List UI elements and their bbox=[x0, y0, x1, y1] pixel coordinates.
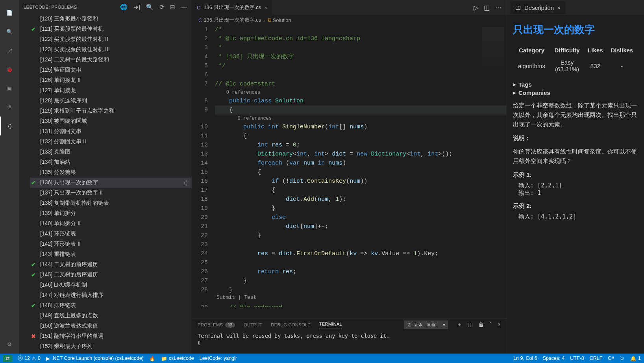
problem-row[interactable]: [152] 乘积最大子序列 bbox=[30, 341, 192, 352]
problem-row[interactable]: [128] 最长连续序列 bbox=[30, 96, 192, 106]
status-feedback-icon[interactable]: ☺ bbox=[620, 356, 625, 361]
problem-row[interactable]: [131] 分割回文串 bbox=[30, 126, 192, 137]
kill-terminal-icon[interactable]: 🗑 bbox=[478, 321, 484, 328]
search-problems-icon[interactable]: 🔍 bbox=[146, 4, 154, 11]
source-control-icon[interactable]: ⎇ bbox=[0, 41, 19, 60]
problem-row[interactable]: [147] 对链表进行插入排序 bbox=[30, 290, 192, 300]
run-icon[interactable]: ▷ bbox=[474, 4, 478, 11]
problem-row[interactable]: [141] 环形链表 bbox=[30, 229, 192, 239]
status-eol[interactable]: CRLF bbox=[590, 356, 603, 361]
terminal-body[interactable]: Terminal will be reused by tasks, press … bbox=[192, 331, 506, 354]
line-gutter: 1234567891011121314151617181920212223242… bbox=[192, 25, 215, 318]
problem-row[interactable]: [146] LRU缓存机制 bbox=[30, 280, 192, 290]
close-panel-icon[interactable]: × bbox=[498, 321, 501, 328]
tags-toggle[interactable]: Tags bbox=[513, 81, 638, 88]
extensions-icon[interactable]: ▣ bbox=[0, 79, 19, 98]
status-errors[interactable]: ⓧ 12 ⚠ 0 bbox=[18, 355, 41, 362]
problem-list[interactable]: [120] 三角形最小路径和✔[121] 买卖股票的最佳时机[122] 买卖股票… bbox=[19, 14, 192, 354]
test-icon[interactable]: ⚗ bbox=[0, 98, 19, 117]
problem-row[interactable]: [122] 买卖股票的最佳时机 II bbox=[30, 34, 192, 44]
check-icon: ✔ bbox=[30, 26, 37, 32]
status-lang[interactable]: C# bbox=[608, 356, 614, 361]
problem-row[interactable]: [124] 二叉树中的最大路径和 bbox=[30, 55, 192, 65]
breadcrumb[interactable]: C 136.只出现一次的数字.cs › ⧉ Solution bbox=[192, 15, 506, 25]
globe-icon[interactable]: 🌐 bbox=[120, 4, 128, 11]
panel-tab-problems[interactable]: PROBLEMS 12 bbox=[198, 322, 235, 328]
problem-row[interactable]: [133] 克隆图 bbox=[30, 147, 192, 157]
close-tab-icon[interactable]: × bbox=[264, 5, 267, 11]
status-bell[interactable]: 🔔1 bbox=[630, 356, 641, 361]
bottom-panel: PROBLEMS 12 OUTPUT DEBUG CONSOLE TERMINA… bbox=[192, 318, 506, 354]
book-icon: 🕮 bbox=[515, 4, 521, 11]
problem-row[interactable]: ✔[136] 只出现一次的数字⟨⟩ bbox=[30, 178, 192, 188]
panel-tab-terminal[interactable]: TERMINAL bbox=[319, 322, 342, 328]
problem-row[interactable]: ✔[144] 二叉树的前序遍历 bbox=[30, 259, 192, 270]
split-editor-icon[interactable]: ◫ bbox=[484, 4, 490, 11]
problem-row[interactable]: ✔[145] 二叉树的后序遍历 bbox=[30, 270, 192, 280]
problem-row[interactable]: ✔[121] 买卖股票的最佳时机 bbox=[30, 24, 192, 34]
test-link[interactable]: Test bbox=[244, 294, 256, 300]
submit-link[interactable]: Submit bbox=[217, 294, 235, 300]
settings-gear-icon[interactable]: ⚙ bbox=[0, 335, 19, 354]
panel-tab-debug[interactable]: DEBUG CONSOLE bbox=[271, 322, 310, 327]
companies-toggle[interactable]: Companies bbox=[513, 89, 638, 96]
more-icon[interactable]: ⋯ bbox=[181, 4, 187, 11]
problem-row[interactable]: [140] 单词拆分 II bbox=[30, 219, 192, 229]
submit-test-codelens[interactable]: Submit | Test bbox=[215, 294, 506, 303]
signin-icon[interactable]: ➜] bbox=[133, 4, 141, 11]
status-folder[interactable]: 📁 csLeetcode bbox=[161, 356, 194, 361]
codelens[interactable]: 0 references bbox=[215, 89, 506, 96]
code-lines[interactable]: /* * @lc app=leetcode.cn id=136 lang=csh… bbox=[215, 25, 506, 318]
refresh-icon[interactable]: ⟳ bbox=[159, 4, 165, 11]
problem-row[interactable]: ✔[148] 排序链表 bbox=[30, 300, 192, 311]
leetcode-icon[interactable]: ⟨⟩ bbox=[0, 117, 19, 135]
status-spaces[interactable]: Spaces: 4 bbox=[543, 356, 565, 361]
search-icon[interactable]: 🔍 bbox=[0, 22, 19, 41]
problem-row[interactable]: [120] 三角形最小路径和 bbox=[30, 14, 192, 24]
maximize-panel-icon[interactable]: ˄ bbox=[489, 321, 492, 328]
status-encoding[interactable]: UTF-8 bbox=[570, 356, 584, 361]
problem-row[interactable]: [123] 买卖股票的最佳时机 III bbox=[30, 44, 192, 55]
minimap[interactable] bbox=[482, 27, 504, 66]
codelens[interactable]: 0 references bbox=[215, 115, 506, 122]
status-fire-icon[interactable]: 🔥 bbox=[149, 356, 155, 361]
code-editor[interactable]: 1234567891011121314151617181920212223242… bbox=[192, 25, 506, 318]
problem-row[interactable]: [138] 复制带随机指针的链表 bbox=[30, 198, 192, 208]
panel-tab-output[interactable]: OUTPUT bbox=[244, 322, 262, 327]
check-icon: ✔ bbox=[30, 261, 37, 268]
remote-indicator[interactable]: ⇄ bbox=[3, 355, 12, 362]
problem-row[interactable]: [129] 求根到叶子节点数字之和 bbox=[30, 106, 192, 116]
editor-more-icon[interactable]: ⋯ bbox=[495, 4, 502, 11]
status-user[interactable]: LeetCode: yanglr bbox=[200, 356, 237, 361]
new-terminal-icon[interactable]: ＋ bbox=[457, 321, 462, 328]
problem-row[interactable]: [130] 被围绕的区域 bbox=[30, 116, 192, 126]
description-tab[interactable]: 🕮 Description × bbox=[511, 1, 565, 14]
explorer-icon[interactable]: 📄 bbox=[0, 3, 19, 22]
status-launch[interactable]: ▶ .NET Core Launch (console) (csLeetcode… bbox=[46, 356, 144, 361]
close-description-icon[interactable]: × bbox=[557, 4, 561, 11]
problem-label: [140] 单词拆分 II bbox=[40, 220, 81, 227]
description-body[interactable]: 只出现一次的数字 Category Difficulty Likes Disli… bbox=[507, 15, 644, 354]
code-icon[interactable]: ⟨⟩ bbox=[184, 180, 188, 186]
problem-row[interactable]: [134] 加油站 bbox=[30, 157, 192, 167]
problem-row[interactable]: [127] 单词接龙 bbox=[30, 85, 192, 96]
problem-row[interactable]: [143] 重排链表 bbox=[30, 249, 192, 259]
problem-row[interactable]: [125] 验证回文串 bbox=[30, 65, 192, 75]
terminal-task-select[interactable]: 2: Task - build bbox=[404, 320, 448, 329]
problem-row[interactable]: [142] 环形链表 II bbox=[30, 239, 192, 249]
problem-row[interactable]: [126] 单词接龙 II bbox=[30, 75, 192, 85]
problem-row[interactable]: [139] 单词拆分 bbox=[30, 208, 192, 219]
problem-row[interactable]: ✖[151] 翻转字符串里的单词 bbox=[30, 331, 192, 341]
editor-tab-active[interactable]: C 136.只出现一次的数字.cs × bbox=[192, 0, 272, 15]
status-lncol[interactable]: Ln 9, Col 6 bbox=[513, 356, 537, 361]
problem-row[interactable]: [135] 分发糖果 bbox=[30, 167, 192, 178]
description-panel: 🕮 Description × 只出现一次的数字 Category Diffic… bbox=[506, 0, 644, 354]
split-terminal-icon[interactable]: ◫ bbox=[468, 321, 473, 328]
problem-label: [124] 二叉树中的最大路径和 bbox=[40, 56, 109, 63]
problem-row[interactable]: [132] 分割回文串 II bbox=[30, 137, 192, 147]
problem-row[interactable]: [150] 逆波兰表达式求值 bbox=[30, 321, 192, 331]
problem-row[interactable]: [149] 直线上最多的点数 bbox=[30, 311, 192, 321]
debug-icon[interactable]: 🐞 bbox=[0, 60, 19, 79]
problem-row[interactable]: [137] 只出现一次的数字 II bbox=[30, 188, 192, 198]
collapse-icon[interactable]: ⊟ bbox=[170, 4, 176, 11]
